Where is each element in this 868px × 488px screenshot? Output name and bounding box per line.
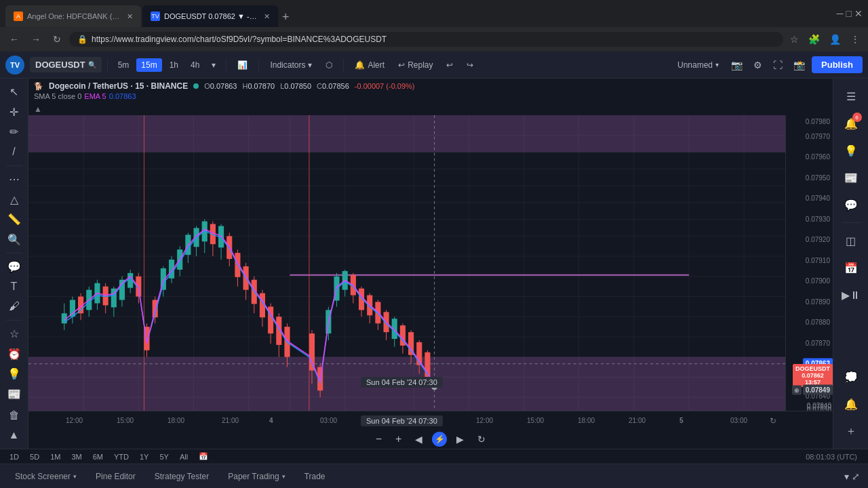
period-5d[interactable]: 5D xyxy=(26,451,43,462)
cursor-tool[interactable]: ↖ xyxy=(3,83,25,102)
period-3m[interactable]: 3M xyxy=(67,451,85,462)
chat-bubble-sidebar[interactable]: 💭 xyxy=(839,365,863,389)
draw-tool[interactable]: ✏ xyxy=(3,123,25,142)
period-1m[interactable]: 1M xyxy=(46,451,64,462)
chat-sidebar[interactable]: 💬 xyxy=(839,192,863,217)
time-axis-refresh[interactable]: ↻ xyxy=(768,415,778,426)
dogeusdt-badge: DOGEUSDT 0.07862 13:57 xyxy=(793,364,833,387)
fullscreen-icon[interactable]: ⛶ xyxy=(769,57,787,73)
publish-button[interactable]: Publish xyxy=(812,56,863,73)
collapse-panel-btn[interactable]: ▲ xyxy=(3,426,25,445)
browser-tab-1[interactable]: A Angel One: HDFCBANK (NS) 14 ✕ xyxy=(5,5,141,27)
measure-tool[interactable]: 📏 xyxy=(3,210,25,229)
ideas-sidebar[interactable]: 💡 xyxy=(839,138,863,163)
indicators-btn[interactable]: Indicators ▾ xyxy=(264,58,317,73)
strategy-tester-tab[interactable]: Strategy Tester xyxy=(148,470,216,483)
settings-icon[interactable]: ⚙ xyxy=(749,57,766,73)
chart-type-btn[interactable]: 📊 xyxy=(232,58,253,73)
replay-sidebar[interactable]: ▶⏸ xyxy=(839,283,863,307)
layers-sidebar[interactable]: ◫ xyxy=(839,228,863,253)
next-btn[interactable]: ▶ xyxy=(452,432,468,446)
tab1-close[interactable]: ✕ xyxy=(127,12,133,21)
pine-editor-label: Pine Editor xyxy=(96,472,136,481)
time-03-00-right: 03:00 xyxy=(730,417,747,424)
menu-icon[interactable]: ⋮ xyxy=(848,31,863,47)
time-03-00: 03:00 xyxy=(320,417,337,424)
alerts-sidebar[interactable]: 🔔 6 xyxy=(839,111,863,136)
watchlist-icon[interactable]: ☆ xyxy=(3,325,25,344)
chart-canvas[interactable]: Sun 04 Feb '24 07:30 xyxy=(28,115,785,411)
annotation-tool[interactable]: 💬 xyxy=(3,258,25,277)
alerts-icon[interactable]: ⏰ xyxy=(3,345,25,364)
news-icon[interactable]: 📰 xyxy=(3,385,25,404)
bell-sidebar[interactable]: 🔔 xyxy=(839,392,863,416)
header-collapse[interactable]: ▲ xyxy=(28,103,833,115)
stock-screener-tab[interactable]: Stock Screener ▾ xyxy=(8,470,83,483)
browser-tab-2[interactable]: TV DOGEUSDT 0.07862 ▼ -0.15% ✕ xyxy=(142,5,278,27)
period-calendar[interactable]: 📅 xyxy=(195,451,212,462)
symbol-search[interactable]: DOGEUSDT 🔍 xyxy=(30,57,102,73)
panel-expand-btn[interactable]: ⤢ xyxy=(852,471,860,482)
add-more-sidebar[interactable]: ＋ xyxy=(839,419,863,443)
timeframe-15m[interactable]: 15m xyxy=(136,58,161,72)
tab2-close[interactable]: ✕ xyxy=(264,12,270,21)
period-6m[interactable]: 6M xyxy=(89,451,107,462)
watchlist-sidebar[interactable]: ☰ xyxy=(839,84,863,108)
profile-icon[interactable]: 👤 xyxy=(827,31,844,47)
timeframe-5m[interactable]: 5m xyxy=(113,58,134,72)
undo-btn[interactable]: ↩ xyxy=(441,58,458,73)
reset-btn[interactable]: ↻ xyxy=(473,432,490,446)
zoom-in-btn[interactable]: + xyxy=(391,432,406,447)
coin-icon: 🐕 xyxy=(34,82,43,91)
back-button[interactable]: ← xyxy=(5,31,23,47)
period-1y[interactable]: 1Y xyxy=(136,451,153,462)
replay-btn[interactable]: ↩ Replay xyxy=(393,58,438,73)
address-bar[interactable]: 🔒 https://www.tradingview.com/chart/oSf9… xyxy=(69,32,783,47)
extensions-icon[interactable]: 🧩 xyxy=(806,31,823,47)
line-tool[interactable]: / xyxy=(3,143,25,162)
ideas-icon[interactable]: 💡 xyxy=(3,365,25,384)
strategy-tester-label: Strategy Tester xyxy=(155,472,209,481)
chart-title: Dogecoin / TetherUS · 15 · BINANCE xyxy=(49,81,188,91)
panel-collapse-btn[interactable]: ▾ xyxy=(844,471,849,482)
news-sidebar[interactable]: 📰 xyxy=(839,165,863,190)
fibonacci-tool[interactable]: ⋯ xyxy=(3,170,25,189)
maximize-button[interactable]: □ xyxy=(846,8,852,19)
trash-icon[interactable]: 🗑 xyxy=(3,406,25,425)
live-mode-btn[interactable]: ⚡ xyxy=(432,432,447,447)
chart-with-axis: Sun 04 Feb '24 07:30 0.07980 0.07970 0.0… xyxy=(28,115,833,411)
refresh-button[interactable]: ↻ xyxy=(49,31,65,47)
timeframe-more[interactable]: ▾ xyxy=(207,58,220,72)
period-1d[interactable]: 1D xyxy=(5,451,23,462)
brush-tool[interactable]: 🖌 xyxy=(3,298,25,317)
calendar-sidebar[interactable]: 📅 xyxy=(839,256,863,280)
unnamed-label: Unnamed xyxy=(677,60,713,70)
bookmark-icon[interactable]: ☆ xyxy=(787,31,802,47)
new-tab-button[interactable]: + xyxy=(279,7,292,27)
alert-btn[interactable]: 🔔 Alert xyxy=(349,58,390,73)
trade-tab[interactable]: Trade xyxy=(298,470,332,483)
redo-btn[interactable]: ↪ xyxy=(461,58,479,73)
forward-button[interactable]: → xyxy=(27,31,45,47)
prev-btn[interactable]: ◀ xyxy=(411,432,427,446)
time-day-4: 4 xyxy=(269,417,273,424)
snapshot-icon[interactable]: 📸 xyxy=(789,57,809,73)
period-all[interactable]: All xyxy=(176,451,192,462)
period-5y[interactable]: 5Y xyxy=(155,451,172,462)
pattern-tool[interactable]: △ xyxy=(3,190,25,209)
timeframe-1h[interactable]: 1h xyxy=(165,58,183,72)
timeframe-4h[interactable]: 4h xyxy=(186,58,204,72)
pine-editor-tab[interactable]: Pine Editor xyxy=(89,470,142,483)
period-ytd[interactable]: YTD xyxy=(110,451,133,462)
crosshair-tool[interactable]: ✛ xyxy=(3,103,25,122)
paper-trading-tab[interactable]: Paper Trading ▾ xyxy=(221,470,292,483)
close-button[interactable]: ✕ xyxy=(854,8,863,19)
minimize-button[interactable]: ─ xyxy=(837,8,844,19)
text-tool[interactable]: T xyxy=(3,277,25,296)
templates-btn[interactable]: ⬡ xyxy=(320,58,338,73)
price-0.07920: 0.07920 xyxy=(806,236,830,243)
zoom-tool[interactable]: 🔍 xyxy=(3,230,25,249)
camera-icon[interactable]: 📷 xyxy=(727,57,747,73)
unnamed-btn[interactable]: Unnamed ▾ xyxy=(672,58,724,73)
zoom-out-btn[interactable]: − xyxy=(372,432,386,447)
